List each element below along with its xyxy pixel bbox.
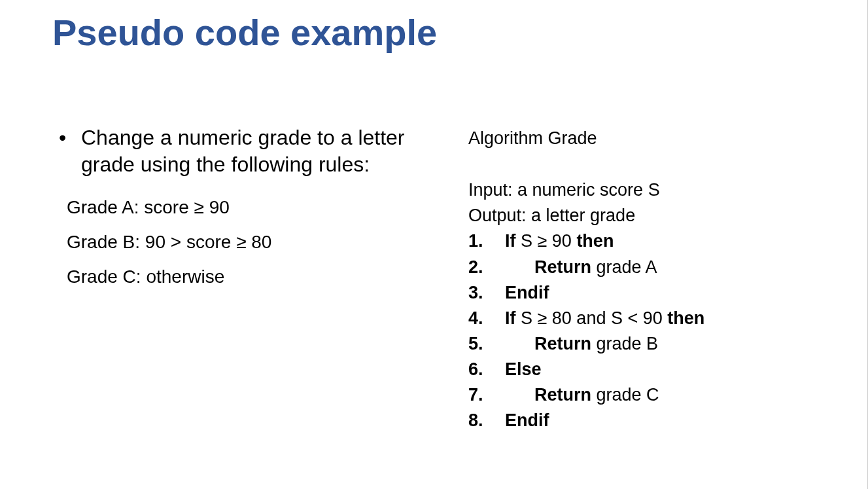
algorithm-input: Input: a numeric score S (468, 177, 835, 203)
step-keyword: If (505, 308, 521, 328)
bullet-text: Change a numeric grade to a letter grade… (81, 124, 425, 178)
step-keyword: If (505, 231, 521, 251)
step-keyword: Endif (505, 283, 549, 302)
algorithm-steps: If S ≥ 90 then Return grade A Endif If S… (468, 228, 835, 433)
bullet-item: • Change a numeric grade to a letter gra… (59, 124, 425, 178)
step-keyword2: then (667, 308, 704, 328)
step-6: Else (468, 357, 835, 382)
step-4: If S ≥ 80 and S < 90 then (468, 306, 835, 331)
step-2: Return grade A (468, 255, 835, 280)
step-body: grade B (597, 334, 659, 353)
rule-a: Grade A: score ≥ 90 (59, 190, 425, 225)
step-8: Endif (468, 408, 835, 433)
step-indent (505, 385, 534, 405)
step-keyword: Endif (505, 410, 549, 430)
step-indent (505, 334, 534, 353)
step-5: Return grade B (468, 331, 835, 357)
step-1: If S ≥ 90 then (468, 228, 835, 254)
right-column: Algorithm Grade Input: a numeric score S… (468, 126, 835, 452)
step-body: grade A (597, 257, 657, 277)
step-body: S ≥ 80 and S < 90 (521, 308, 667, 328)
step-7: Return grade C (468, 382, 835, 408)
algorithm-title: Algorithm Grade (468, 126, 835, 151)
step-body: grade C (597, 385, 659, 405)
step-keyword: Return (534, 257, 597, 277)
rule-c: Grade C: otherwise (59, 259, 425, 294)
left-column: • Change a numeric grade to a letter gra… (59, 124, 425, 294)
step-keyword: Else (505, 359, 542, 379)
rule-b: Grade B: 90 > score ≥ 80 (59, 225, 425, 259)
step-keyword: Return (534, 385, 597, 405)
step-keyword2: then (576, 231, 614, 251)
step-3: Endif (468, 280, 835, 306)
algorithm-output: Output: a letter grade (468, 203, 835, 228)
step-indent (505, 257, 534, 277)
bullet-dot: • (59, 124, 81, 178)
slide: Pseudo code example • Change a numeric g… (0, 0, 868, 489)
step-keyword: Return (534, 334, 597, 353)
slide-title: Pseudo code example (52, 12, 437, 54)
step-body: S ≥ 90 (521, 231, 576, 251)
